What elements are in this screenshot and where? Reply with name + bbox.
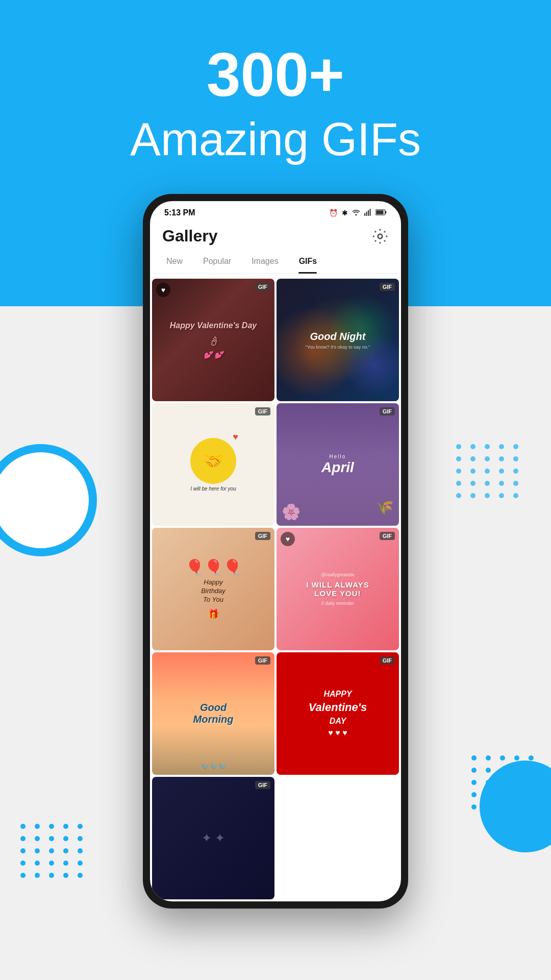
app-header: Gallery [150, 222, 401, 253]
phone-screen: 5:13 PM ⏰ ✱ [150, 201, 401, 901]
gif-item-valentines[interactable]: ♥ GIF Happy Valentine's Day 🕯 💕 💕 [152, 279, 274, 401]
heart-red-icon: ♥ [233, 432, 238, 443]
goodnight-sub-text: "You know? It's okay to say no." [306, 345, 370, 350]
gif-item-holding-hands[interactable]: GIF 🤝 ♥ I will be here for you [152, 403, 274, 526]
heart-filled-icon: ♥ [161, 286, 165, 294]
svg-rect-5 [385, 211, 387, 213]
gif-item-dark[interactable]: GIF ✦ ✦ [152, 777, 274, 899]
signal-icon [364, 209, 371, 217]
gif-item-goodnight[interactable]: GIF Good Night "You know? It's okay to s… [277, 279, 399, 401]
gif-badge: GIF [380, 532, 395, 540]
valentines-text: Happy Valentine's Day 🕯 💕 💕 [166, 317, 261, 363]
tab-new[interactable]: New [158, 253, 191, 273]
gif-badge: GIF [255, 532, 270, 540]
tab-images[interactable]: Images [243, 253, 286, 273]
tabs-bar: New Popular Images GIFs [150, 253, 401, 274]
heart-filled-icon-love: ♥ [286, 535, 290, 543]
love-main-text: I WILL ALWAYSLOVE YOU! [306, 580, 369, 598]
svg-rect-0 [364, 213, 365, 216]
birthday-text: HappyBirthdayTo You [201, 578, 226, 604]
gif-item-valentines2[interactable]: GIF HAPPY Valentine's DAY ♥ ♥ ♥ [277, 652, 399, 775]
deco-dots-left-bottom [20, 824, 85, 878]
status-icons: ⏰ ✱ [329, 209, 387, 217]
svg-rect-6 [376, 210, 383, 214]
birthday-balloons: 🎈🎈🎈 [185, 558, 242, 576]
svg-rect-1 [366, 211, 367, 215]
hands-circle: 🤝 ♥ [190, 438, 236, 484]
gif-badge: GIF [380, 407, 395, 415]
gif-count: 300+ [0, 41, 551, 108]
tab-gifs[interactable]: GIFs [291, 253, 325, 273]
heart-button-love[interactable]: ♥ [281, 532, 295, 546]
hero-subtitle: Amazing GIFs [0, 113, 551, 166]
love-reminder: // daily reminder [306, 601, 369, 606]
gif-item-goodmorning[interactable]: GIF GoodMorning 🐦🐦🐦 [152, 652, 274, 775]
heart-button-valentines[interactable]: ♥ [156, 283, 170, 297]
love-account: @reallygreatsite [306, 572, 369, 577]
settings-icon[interactable] [371, 228, 389, 245]
gif-item-love[interactable]: ♥ GIF @reallygreatsite I WILL ALWAYSLOVE… [277, 528, 399, 650]
april-text: Hello April [321, 454, 354, 476]
tab-popular[interactable]: Popular [195, 253, 239, 273]
battery-icon [375, 209, 387, 217]
svg-point-7 [378, 234, 383, 238]
svg-rect-3 [370, 209, 371, 216]
bluetooth-icon: ✱ [342, 209, 348, 217]
app-title: Gallery [162, 227, 218, 246]
status-bar: 5:13 PM ⏰ ✱ [150, 201, 401, 222]
gif-badge: GIF [255, 656, 270, 665]
hero-section: 300+ Amazing GIFs [0, 0, 551, 166]
goodnight-main-text: Good Night [310, 331, 366, 342]
hands-caption: I will be here for you [190, 486, 236, 492]
alarm-icon: ⏰ [329, 209, 338, 217]
dark-content: ✦ ✦ [202, 831, 226, 845]
status-time: 5:13 PM [164, 208, 195, 217]
birds-decoration: 🐦🐦🐦 [201, 763, 227, 771]
svg-rect-2 [368, 210, 369, 215]
gallery-grid: ♥ GIF Happy Valentine's Day 🕯 💕 💕 GIF Go… [150, 277, 401, 901]
valentines2-text: HAPPY Valentine's DAY ♥ ♥ ♥ [309, 689, 367, 739]
gif-item-birthday[interactable]: GIF 🎈🎈🎈 HappyBirthdayTo You 🎁 [152, 528, 274, 650]
phone-mockup: 5:13 PM ⏰ ✱ [143, 194, 408, 909]
gif-badge: GIF [255, 407, 270, 415]
goodmorning-text: GoodMorning [193, 702, 234, 725]
gif-badge: GIF [380, 656, 395, 665]
gif-badge: GIF [255, 283, 270, 291]
wifi-icon [352, 209, 360, 217]
goodnight-text: Good Night "You know? It's okay to say n… [277, 279, 399, 401]
deco-dots-right [456, 444, 520, 498]
april-hello: Hello [321, 454, 354, 459]
gif-badge: GIF [255, 781, 270, 789]
love-text: @reallygreatsite I WILL ALWAYSLOVE YOU! … [300, 566, 375, 612]
april-main: April [321, 459, 354, 476]
gif-item-april[interactable]: 🌸 🌾 GIF Hello April [277, 403, 399, 526]
phone-frame: 5:13 PM ⏰ ✱ [143, 194, 408, 909]
